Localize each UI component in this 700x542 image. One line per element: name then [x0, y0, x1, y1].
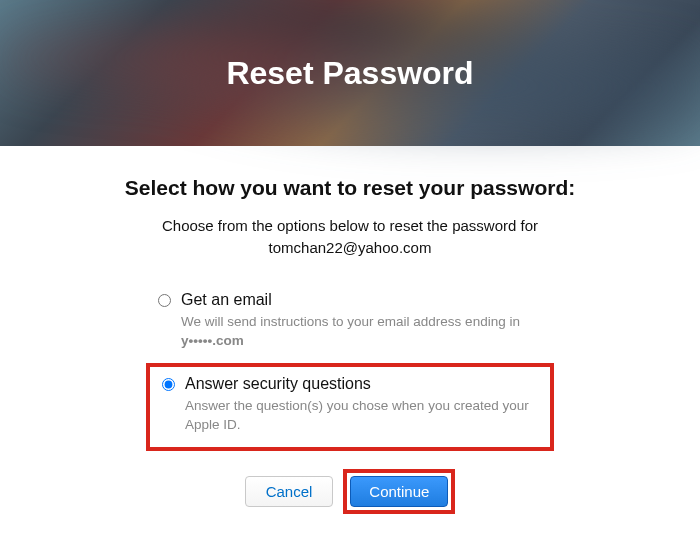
- option-security-desc: Answer the question(s) you chose when yo…: [185, 398, 529, 433]
- radio-get-email[interactable]: [158, 294, 171, 307]
- masked-email: y•••••.com: [181, 333, 244, 348]
- cancel-button[interactable]: Cancel: [245, 476, 334, 507]
- radio-security-questions[interactable]: [162, 378, 175, 391]
- continue-highlight: Continue: [343, 469, 455, 514]
- option-security-questions[interactable]: Answer security questions Answer the que…: [146, 363, 554, 451]
- option-security-label: Answer security questions: [185, 375, 538, 393]
- page-title: Reset Password: [226, 55, 473, 92]
- continue-button[interactable]: Continue: [350, 476, 448, 507]
- instruction-prefix: Choose from the options below to reset t…: [162, 217, 538, 234]
- account-email: tomchan22@yahoo.com: [269, 239, 432, 256]
- reset-options: Get an email We will send instructions t…: [146, 283, 554, 451]
- instruction-text: Choose from the options below to reset t…: [60, 215, 640, 259]
- button-row: Cancel Continue: [60, 469, 640, 514]
- option-email-desc: We will send instructions to your email …: [181, 314, 520, 349]
- hero-banner: Reset Password: [0, 0, 700, 146]
- option-get-email[interactable]: Get an email We will send instructions t…: [146, 283, 554, 363]
- subheading: Select how you want to reset your passwo…: [60, 174, 640, 201]
- option-email-label: Get an email: [181, 291, 542, 309]
- content-area: Select how you want to reset your passwo…: [0, 146, 700, 514]
